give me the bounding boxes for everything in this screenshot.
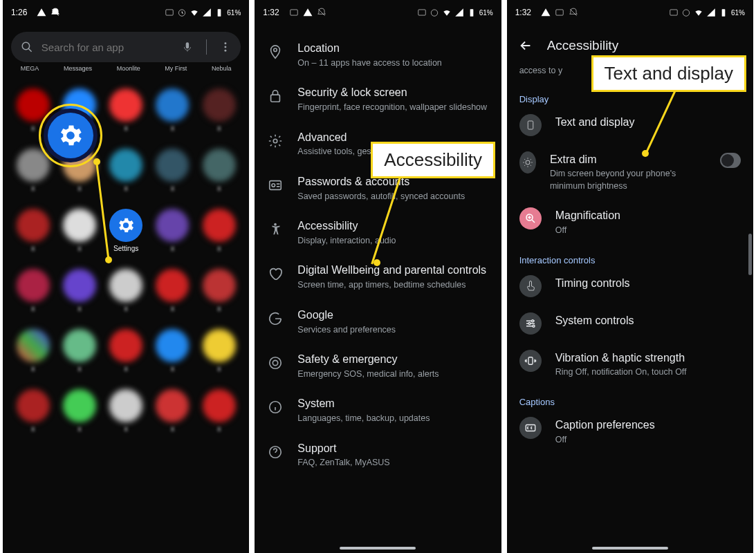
svg-point-14 <box>274 139 278 143</box>
status-bar: 1:32 61% <box>507 0 753 25</box>
callout-text-display: Text and display <box>591 55 746 92</box>
svg-rect-26 <box>528 121 533 129</box>
notif-icon <box>303 8 313 17</box>
svg-point-18 <box>273 360 278 365</box>
page-title: Accessibility <box>547 38 618 53</box>
info-icon <box>268 400 283 415</box>
help-icon <box>268 444 283 460</box>
app-drawer-body: MEGA Messages Moonlite My First Nebula x… <box>3 0 249 553</box>
settings-item-text-display[interactable]: Text and display <box>507 107 753 144</box>
alarm-icon <box>430 8 439 17</box>
settings-item-accessibility[interactable]: AccessibilityDisplay, interaction, audio <box>255 211 501 255</box>
gesture-nav-bar[interactable] <box>507 543 753 553</box>
svg-point-30 <box>528 322 531 324</box>
gesture-nav-bar[interactable] <box>255 543 501 553</box>
settings-item-system-controls[interactable]: System controls <box>507 306 753 343</box>
svg-point-24 <box>683 10 689 16</box>
settings-icon[interactable] <box>109 209 142 242</box>
search-input[interactable] <box>42 41 173 53</box>
search-icon <box>21 40 33 54</box>
mic-icon[interactable] <box>181 40 194 54</box>
svg-point-6 <box>224 46 226 48</box>
settings-item-system[interactable]: SystemLanguages, time, backup, updates <box>255 388 501 433</box>
svg-point-5 <box>224 42 226 44</box>
settings-item-extra-dim[interactable]: Extra dimDim screen beyond your phone's … <box>507 144 753 201</box>
magnify-icon <box>524 212 537 225</box>
signal-icon <box>706 8 716 17</box>
search-bar[interactable] <box>11 32 241 62</box>
app-item-settings[interactable]: Settings <box>105 209 147 252</box>
callout-dot-3 <box>642 150 649 157</box>
settings-item-captions[interactable]: Caption preferencesOff <box>507 410 753 454</box>
svg-rect-4 <box>185 42 188 48</box>
battery-icon <box>467 8 477 17</box>
svg-rect-11 <box>470 9 473 16</box>
app-grid[interactable]: x x x x x x x x x x x x Settin <box>3 88 249 553</box>
lock-icon <box>268 88 283 104</box>
status-time: 1:32 <box>263 8 279 17</box>
status-time: 1:32 <box>515 8 531 17</box>
battery-icon <box>719 8 728 17</box>
heart-icon <box>268 266 283 281</box>
callout-dot-1 <box>93 158 100 165</box>
svg-rect-0 <box>166 10 174 15</box>
wifi-icon <box>442 8 452 17</box>
svg-point-10 <box>431 10 437 16</box>
settings-item-security[interactable]: Security & lock screenFingerprint, face … <box>255 77 501 122</box>
section-captions: Captions <box>507 387 753 410</box>
callout-dot-1b <box>105 256 112 263</box>
battery-pct: 61% <box>227 9 241 17</box>
settings-item-timing[interactable]: Timing controls <box>507 268 753 306</box>
notif-icon <box>541 8 551 17</box>
status-bar: 1:26 61% <box>3 0 249 25</box>
settings-item-google[interactable]: GoogleServices and preferences <box>255 300 501 344</box>
more-icon[interactable] <box>219 40 232 54</box>
svg-point-29 <box>531 319 533 321</box>
dnd-icon <box>569 8 578 17</box>
callout-dot-2 <box>374 259 380 266</box>
section-interaction: Interaction controls <box>507 245 753 268</box>
settings-item-location[interactable]: LocationOn – 11 apps have access to loca… <box>255 33 501 77</box>
back-icon[interactable] <box>518 38 533 53</box>
svg-rect-23 <box>670 10 678 15</box>
alarm-icon <box>177 8 187 17</box>
svg-rect-22 <box>556 10 564 15</box>
settings-item-support[interactable]: SupportFAQ, ZenTalk, MyASUS <box>255 433 501 478</box>
dim-icon <box>522 156 534 169</box>
location-icon <box>268 44 283 59</box>
phone-app-drawer: 1:26 61% MEGA Messages Moonlite My First… <box>0 0 252 553</box>
svg-rect-8 <box>290 10 297 15</box>
callout-accessibility: Accessibility <box>371 142 495 178</box>
settings-scroll[interactable]: LocationOn – 11 apps have access to loca… <box>255 0 501 553</box>
wifi-icon <box>694 8 703 17</box>
battery-pct: 61% <box>479 9 493 17</box>
svg-point-3 <box>22 42 29 49</box>
extra-dim-toggle[interactable] <box>720 153 741 168</box>
wifi-icon <box>190 8 199 17</box>
screenshot-icon <box>165 8 174 17</box>
settings-item-safety[interactable]: Safety & emergencyEmergency SOS, medical… <box>255 344 501 388</box>
svg-point-17 <box>274 223 277 226</box>
scrollbar[interactable] <box>748 234 752 275</box>
settings-item-vibration[interactable]: Vibration & haptic strengthRing Off, not… <box>507 343 753 387</box>
phone-accessibility: 1:32 61% Accessibility access to y Displ… <box>504 0 756 553</box>
account-icon <box>268 178 283 193</box>
screenshot-icon <box>669 8 679 17</box>
screenshot-icon <box>289 8 299 17</box>
vibration-icon <box>524 355 537 367</box>
status-bar: 1:32 61% <box>255 0 501 25</box>
emergency-icon <box>268 355 283 371</box>
touch-icon <box>524 280 537 292</box>
signal-icon <box>454 8 464 17</box>
caption-icon <box>524 422 537 434</box>
notif-icon <box>37 8 46 17</box>
screenshot-icon <box>555 8 564 17</box>
status-time: 1:26 <box>11 8 27 17</box>
dnd-icon <box>317 8 326 17</box>
svg-rect-2 <box>218 9 221 16</box>
settings-item-magnification[interactable]: MagnificationOff <box>507 200 753 245</box>
visible-app-labels-row: MEGA Messages Moonlite My First Nebula <box>3 65 249 72</box>
svg-point-27 <box>526 160 530 165</box>
svg-rect-32 <box>528 357 533 364</box>
sliders-icon <box>524 317 537 330</box>
